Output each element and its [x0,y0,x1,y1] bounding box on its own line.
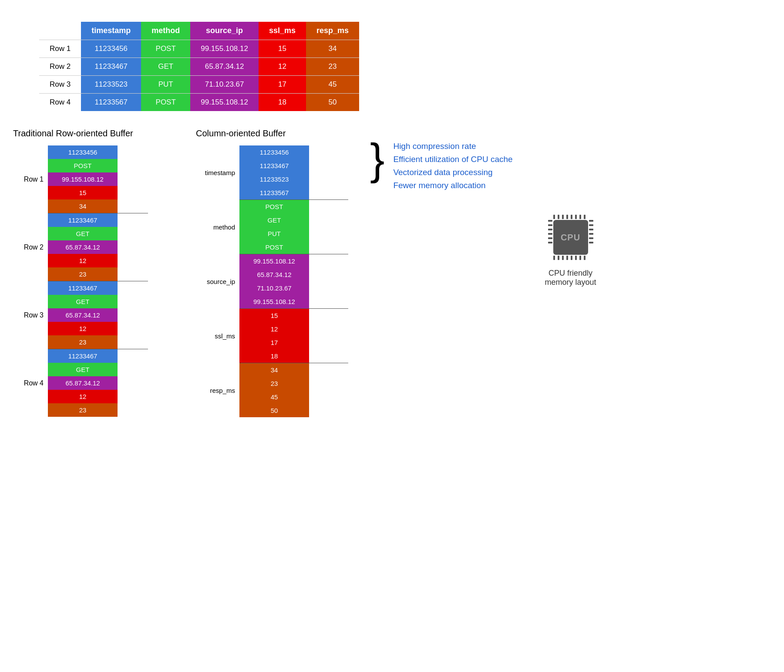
row-label: Row 3 [39,76,81,94]
pin [589,224,593,226]
cpu-pins-left [548,220,552,243]
pin [548,220,552,222]
pin [553,256,555,260]
col-cells: 99.155.108.1265.87.34.1271.10.23.6799.15… [239,254,309,308]
pin [548,242,552,243]
col-group: source_ip99.155.108.1265.87.34.1271.10.2… [200,254,344,308]
pin [571,215,572,219]
cell-resp_ms: 23 [48,335,118,349]
col-cells: 15121718 [239,309,309,363]
row-label: Row 2 [39,58,81,76]
benefits-section: } High compression rateEfficient utiliza… [370,128,771,417]
col-cells: 11233456112334671123352311233567 [239,145,309,199]
col-cell-timestamp: 11233467 [239,159,309,172]
cell-source_ip: 71.10.23.67 [190,76,259,94]
cell-timestamp: 11233523 [81,76,141,94]
pin [575,256,577,260]
cpu-friendly-label: CPU friendlymemory layout [545,269,596,287]
pin [558,215,559,219]
pin [575,215,577,219]
col-cell-ssl_ms: 18 [239,349,309,363]
cpu-pins-top [553,215,585,219]
row-cells: 11233467GET65.87.34.121223 [48,213,118,281]
row-label: Row 3 [17,311,48,319]
row-group: Row 211233467GET65.87.34.121223 [17,213,161,281]
cell-source_ip: 99.155.108.12 [190,94,259,111]
curly-brace-icon: } [370,137,384,181]
cell-method: GET [48,295,118,308]
pin [584,256,585,260]
cell-ssl_ms: 17 [259,76,306,94]
cell-resp_ms: 34 [48,199,118,213]
cpu-chip-label: CPU [553,220,588,255]
cell-ssl_ms: 12 [48,254,118,267]
pin [548,229,552,230]
row-cells: 11233456POST99.155.108.121534 [48,145,118,213]
cell-source_ip: 65.87.34.12 [48,376,118,390]
col-cell-method: POST [239,200,309,213]
col-group: timestamp1123345611233467112335231123356… [200,145,344,199]
cpu-pins-right [589,220,593,243]
pin [548,237,552,239]
table-row: Row 1 11233456 POST 99.155.108.12 15 34 [39,40,359,58]
col-cell-resp_ms: 50 [239,404,309,417]
row-buffer: Row 111233456POST99.155.108.121534Row 21… [17,145,161,417]
pin [571,256,572,260]
col-cell-timestamp: 11233523 [239,172,309,186]
cell-timestamp: 11233567 [81,94,141,111]
pin [584,215,585,219]
top-table: timestamp method source_ip ssl_ms resp_m… [39,22,359,111]
left-section: Traditional Row-oriented Buffer Row 1112… [13,128,161,417]
cell-resp_ms: 34 [306,40,359,58]
cell-method: GET [48,227,118,240]
cell-ssl_ms: 18 [259,94,306,111]
row-group: Row 111233456POST99.155.108.121534 [17,145,161,213]
table-row: Row 4 11233567 POST 99.155.108.12 18 50 [39,94,359,111]
right-area: Column-oriented Buffer timestamp11233456… [196,128,771,417]
col-group: resp_ms34234550 [200,363,344,417]
col-cell-source_ip: 99.155.108.12 [239,254,309,268]
pin [579,215,581,219]
cell-resp_ms: 23 [306,58,359,76]
col-group-label: method [200,223,239,231]
row-label: Row 4 [39,94,81,111]
cell-method: GET [48,363,118,376]
pin [553,215,555,219]
col-header-resp_ms: resp_ms [306,22,359,40]
row-cells: 11233467GET65.87.34.121223 [48,349,118,417]
cell-method: PUT [141,76,190,94]
col-cell-resp_ms: 23 [239,377,309,390]
cell-source_ip: 65.87.34.12 [48,240,118,254]
cell-timestamp: 11233467 [48,213,118,227]
col-cell-ssl_ms: 12 [239,322,309,336]
right-section-title: Column-oriented Buffer [196,128,344,138]
cell-resp_ms: 23 [48,403,118,417]
col-header-ssl_ms: ssl_ms [259,22,306,40]
col-group: ssl_ms15121718 [200,309,344,363]
col-cell-source_ip: 71.10.23.67 [239,281,309,295]
cell-ssl_ms: 12 [259,58,306,76]
left-section-title: Traditional Row-oriented Buffer [13,128,161,138]
cell-ssl_ms: 12 [48,390,118,403]
col-cell-method: PUT [239,227,309,240]
brace-and-list: } High compression rateEfficient utiliza… [370,128,771,194]
cell-source_ip: 65.87.34.12 [190,58,259,76]
cell-resp_ms: 45 [306,76,359,94]
cell-timestamp: 11233467 [48,349,118,363]
col-cell-source_ip: 65.87.34.12 [239,268,309,281]
col-cell-timestamp: 11233456 [239,145,309,159]
pin [562,215,564,219]
cell-ssl_ms: 12 [48,322,118,335]
col-group-label: resp_ms [200,387,239,394]
col-header-method: method [141,22,190,40]
cell-ssl_ms: 15 [48,186,118,199]
top-table-section: timestamp method source_ip ssl_ms resp_m… [39,22,771,111]
col-cell-ssl_ms: 17 [239,336,309,349]
col-group-label: timestamp [200,169,239,176]
cell-timestamp: 11233467 [81,58,141,76]
benefit-item: Efficient utilization of CPU cache [393,155,512,164]
table-row: Row 3 11233523 PUT 71.10.23.67 17 45 [39,76,359,94]
benefit-item: High compression rate [393,142,512,151]
pin [548,224,552,226]
pin [548,233,552,235]
